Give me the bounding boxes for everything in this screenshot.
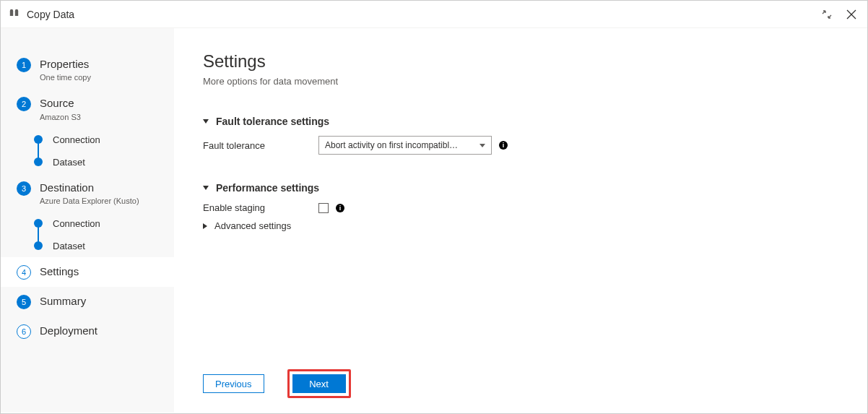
step-title: Settings (40, 264, 79, 279)
step-number: 1 (17, 58, 31, 72)
step-subtitle: One time copy (40, 73, 91, 82)
substep-source-dataset[interactable]: Dataset (34, 151, 174, 173)
advanced-settings-toggle[interactable]: Advanced settings (203, 220, 838, 231)
svg-rect-3 (15, 11, 18, 16)
substep-dot-icon (34, 241, 43, 250)
collapse-icon (203, 186, 209, 190)
dropdown-value: Abort activity on first incompatibl… (325, 140, 458, 150)
performance-section-toggle[interactable]: Performance settings (203, 182, 838, 194)
substep-dot-icon (34, 135, 43, 144)
fault-tolerance-label: Fault tolerance (203, 140, 318, 151)
enable-staging-checkbox[interactable] (318, 203, 329, 213)
page-subtitle: More options for data movement (203, 76, 838, 87)
dialog-header: Copy Data (1, 1, 867, 28)
section-title: Performance settings (216, 182, 319, 194)
collapse-icon (203, 119, 209, 124)
step-source[interactable]: 2 Source Amazon S3 (1, 89, 174, 128)
step-title: Properties (40, 57, 91, 72)
expand-icon (203, 223, 207, 229)
advanced-settings-label: Advanced settings (214, 220, 291, 231)
dialog-title: Copy Data (27, 9, 74, 20)
substep-label: Dataset (53, 157, 85, 168)
step-title: Summary (40, 294, 86, 309)
next-button-highlight: Next (287, 369, 351, 398)
page-title: Settings (203, 51, 838, 72)
substep-label: Connection (53, 218, 100, 229)
fault-tolerance-section-toggle[interactable]: Fault tolerance settings (203, 116, 838, 127)
fault-tolerance-dropdown[interactable]: Abort activity on first incompatibl… (318, 136, 492, 155)
step-number: 3 (17, 181, 31, 196)
substep-source-connection[interactable]: Connection (34, 129, 174, 151)
substep-label: Dataset (53, 241, 85, 251)
step-title: Destination (40, 181, 139, 195)
substep-dot-icon (34, 158, 43, 166)
substep-destination-connection[interactable]: Connection (34, 212, 174, 235)
copy-data-icon (9, 8, 21, 20)
section-title: Fault tolerance settings (216, 116, 329, 127)
main-panel: Settings More options for data movement … (174, 28, 867, 413)
step-settings[interactable]: 4 Settings (1, 257, 174, 287)
step-deployment[interactable]: 6 Deployment (1, 316, 174, 346)
step-number: 5 (17, 295, 31, 309)
substep-dot-icon (34, 219, 43, 228)
wizard-footer: Previous Next (203, 355, 838, 398)
step-summary[interactable]: 5 Summary (1, 287, 174, 316)
step-subtitle: Amazon S3 (40, 113, 81, 121)
step-title: Deployment (40, 324, 97, 338)
step-properties[interactable]: 1 Properties One time copy (1, 50, 174, 89)
step-number: 6 (17, 324, 31, 339)
info-icon[interactable]: i (336, 204, 344, 212)
info-icon[interactable]: i (499, 141, 508, 150)
substep-label: Connection (53, 134, 100, 145)
step-number: 4 (17, 265, 31, 280)
step-destination[interactable]: 3 Destination Azure Data Explorer (Kusto… (1, 173, 174, 212)
step-title: Source (40, 96, 81, 111)
restore-icon[interactable] (820, 7, 834, 22)
close-icon[interactable] (844, 7, 859, 22)
svg-rect-2 (10, 11, 13, 16)
chevron-down-icon (479, 144, 485, 147)
next-button[interactable]: Next (292, 374, 346, 393)
step-subtitle: Azure Data Explorer (Kusto) (40, 197, 139, 205)
wizard-sidebar: 1 Properties One time copy 2 Source Amaz… (1, 28, 174, 413)
enable-staging-label: Enable staging (203, 202, 318, 213)
substep-destination-dataset[interactable]: Dataset (34, 235, 174, 257)
step-number: 2 (17, 97, 31, 111)
previous-button[interactable]: Previous (203, 374, 264, 393)
